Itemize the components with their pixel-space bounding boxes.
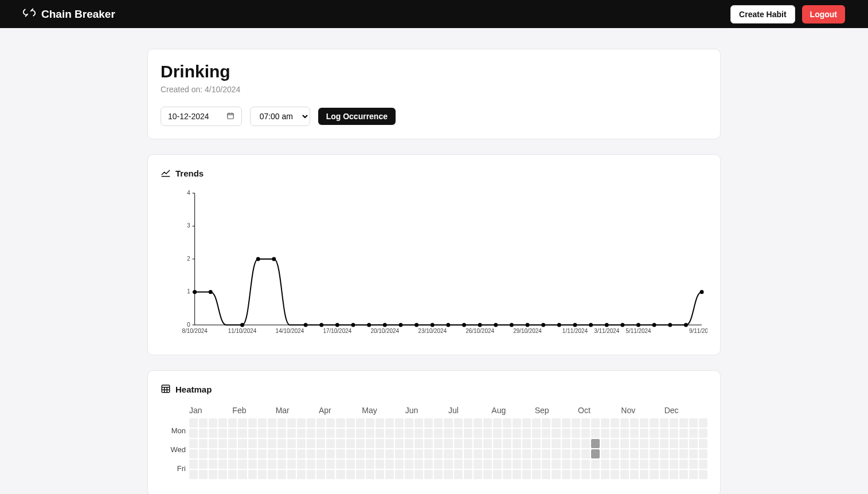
heatmap-cell[interactable] xyxy=(218,470,227,479)
heatmap-cell[interactable] xyxy=(522,449,531,458)
heatmap-cell[interactable] xyxy=(356,439,365,448)
heatmap-cell[interactable] xyxy=(326,460,335,469)
heatmap-cell[interactable] xyxy=(474,460,482,469)
heatmap-cell[interactable] xyxy=(532,460,541,469)
heatmap-cell[interactable] xyxy=(601,460,609,469)
heatmap-cell[interactable] xyxy=(493,418,502,428)
heatmap-cell[interactable] xyxy=(640,439,648,448)
heatmap-cell[interactable] xyxy=(415,439,423,448)
heatmap-cell[interactable] xyxy=(228,449,237,458)
heatmap-cell[interactable] xyxy=(474,429,482,438)
heatmap-cell[interactable] xyxy=(454,470,463,479)
heatmap-cell[interactable] xyxy=(405,449,413,458)
heatmap-cell[interactable] xyxy=(503,449,511,458)
heatmap-cell[interactable] xyxy=(366,418,374,428)
heatmap-cell[interactable] xyxy=(522,460,531,469)
heatmap-cell[interactable] xyxy=(522,439,531,448)
heatmap-cell[interactable] xyxy=(277,439,286,448)
heatmap-cell[interactable] xyxy=(483,418,492,428)
heatmap-cell[interactable] xyxy=(189,470,198,479)
heatmap-cell[interactable] xyxy=(581,439,590,448)
heatmap-cell[interactable] xyxy=(424,418,433,428)
heatmap-cell[interactable] xyxy=(601,439,609,448)
heatmap-cell[interactable] xyxy=(630,460,639,469)
heatmap-cell[interactable] xyxy=(670,439,678,448)
heatmap-cell[interactable] xyxy=(395,429,404,438)
heatmap-cell[interactable] xyxy=(493,460,502,469)
heatmap-cell[interactable] xyxy=(620,418,629,428)
heatmap-cell[interactable] xyxy=(277,460,286,469)
heatmap-cell[interactable] xyxy=(503,460,511,469)
heatmap-cell[interactable] xyxy=(542,418,550,428)
heatmap-cell[interactable] xyxy=(503,439,511,448)
heatmap-cell[interactable] xyxy=(385,418,394,428)
heatmap-cell[interactable] xyxy=(209,418,217,428)
heatmap-cell[interactable] xyxy=(464,429,472,438)
heatmap-cell[interactable] xyxy=(552,418,560,428)
heatmap-cell[interactable] xyxy=(542,470,550,479)
heatmap-cell[interactable] xyxy=(287,449,296,458)
heatmap-cell[interactable] xyxy=(424,460,433,469)
heatmap-cell[interactable] xyxy=(415,470,423,479)
heatmap-cell[interactable] xyxy=(228,460,237,469)
heatmap-cell[interactable] xyxy=(532,429,541,438)
heatmap-cell[interactable] xyxy=(238,418,247,428)
heatmap-cell[interactable] xyxy=(218,418,227,428)
heatmap-cell[interactable] xyxy=(444,449,452,458)
heatmap-cell[interactable] xyxy=(346,418,355,428)
heatmap-cell[interactable] xyxy=(277,449,286,458)
heatmap-cell[interactable] xyxy=(199,439,208,448)
heatmap-cell[interactable] xyxy=(297,470,306,479)
heatmap-cell[interactable] xyxy=(287,439,296,448)
heatmap-cell[interactable] xyxy=(474,418,482,428)
heatmap-cell[interactable] xyxy=(689,460,698,469)
heatmap-cell[interactable] xyxy=(493,449,502,458)
heatmap-cell[interactable] xyxy=(572,429,580,438)
heatmap-cell[interactable] xyxy=(572,460,580,469)
heatmap-cell[interactable] xyxy=(552,439,560,448)
heatmap-cell[interactable] xyxy=(199,449,208,458)
heatmap-cell[interactable] xyxy=(405,439,413,448)
heatmap-cell[interactable] xyxy=(464,449,472,458)
heatmap-cell[interactable] xyxy=(444,439,452,448)
heatmap-cell[interactable] xyxy=(366,460,374,469)
heatmap-cell[interactable] xyxy=(670,470,678,479)
heatmap-cell[interactable] xyxy=(699,460,707,469)
heatmap-cell[interactable] xyxy=(699,449,707,458)
heatmap-cell[interactable] xyxy=(640,470,648,479)
heatmap-cell[interactable] xyxy=(434,439,443,448)
heatmap-cell[interactable] xyxy=(336,449,345,458)
heatmap-cell[interactable] xyxy=(326,449,335,458)
log-occurrence-button[interactable]: Log Occurrence xyxy=(318,108,396,125)
heatmap-cell[interactable] xyxy=(483,470,492,479)
date-input[interactable]: 10-12-2024 xyxy=(161,107,242,126)
heatmap-cell[interactable] xyxy=(434,449,443,458)
heatmap-cell[interactable] xyxy=(572,470,580,479)
heatmap-cell[interactable] xyxy=(660,449,668,458)
heatmap-cell[interactable] xyxy=(572,418,580,428)
heatmap-cell[interactable] xyxy=(268,429,276,438)
heatmap-cell[interactable] xyxy=(454,439,463,448)
heatmap-cell[interactable] xyxy=(356,449,365,458)
heatmap-cell[interactable] xyxy=(679,460,688,469)
heatmap-cell[interactable] xyxy=(581,429,590,438)
heatmap-cell[interactable] xyxy=(699,439,707,448)
heatmap-cell[interactable] xyxy=(532,418,541,428)
heatmap-cell[interactable] xyxy=(268,460,276,469)
heatmap-cell[interactable] xyxy=(581,460,590,469)
heatmap-cell[interactable] xyxy=(493,470,502,479)
heatmap-cell[interactable] xyxy=(356,429,365,438)
heatmap-cell[interactable] xyxy=(356,418,365,428)
heatmap-cell[interactable] xyxy=(346,439,355,448)
heatmap-cell[interactable] xyxy=(562,460,570,469)
heatmap-cell[interactable] xyxy=(297,460,306,469)
heatmap-cell[interactable] xyxy=(513,439,521,448)
heatmap-cell[interactable] xyxy=(522,470,531,479)
heatmap-cell[interactable] xyxy=(189,460,198,469)
heatmap-cell[interactable] xyxy=(581,418,590,428)
heatmap-cell[interactable] xyxy=(376,460,384,469)
heatmap-cell[interactable] xyxy=(297,429,306,438)
heatmap-cell[interactable] xyxy=(376,449,384,458)
heatmap-cell[interactable] xyxy=(454,460,463,469)
heatmap-cell[interactable] xyxy=(591,439,600,448)
